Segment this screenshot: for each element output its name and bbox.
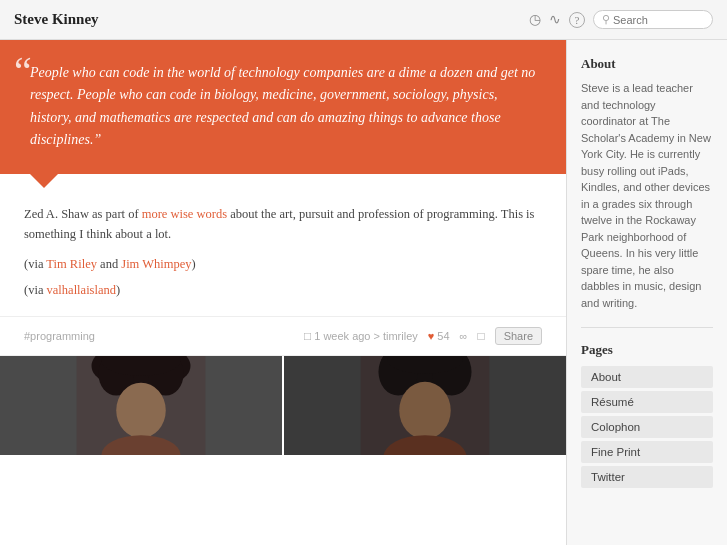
post-share-icon: □ — [477, 329, 484, 343]
image-thumb-2[interactable] — [284, 356, 566, 455]
jim-whimpey-link[interactable]: Jim Whimpey — [121, 257, 191, 271]
post-hearts-count: 54 — [437, 330, 449, 342]
page-link-resume[interactable]: Résumé — [581, 391, 713, 413]
post-hearts-meta: ♥ 54 — [428, 330, 450, 342]
quote-block: “ People who can code in the world of te… — [0, 40, 566, 174]
clock-icon[interactable]: ◷ — [529, 11, 541, 28]
main-layout: “ People who can code in the world of te… — [0, 40, 727, 545]
search-icon: ⚲ — [602, 13, 610, 26]
search-box[interactable]: ⚲ — [593, 10, 713, 29]
post-via-1: (via Tim Riley and Jim Whimpey) — [24, 254, 542, 274]
share-button[interactable]: Share — [495, 327, 542, 345]
post-via-2: (via valhallaisland) — [24, 280, 542, 300]
post-source: > — [373, 330, 379, 342]
feed-icon[interactable]: ∿ — [549, 11, 561, 28]
help-icon[interactable]: ? — [569, 12, 585, 28]
post-time: 1 week ago — [314, 330, 370, 342]
heart-icon: ♥ — [428, 330, 435, 342]
post-tag: #programming — [24, 328, 95, 344]
valhallaisland-link[interactable]: valhallaisland — [47, 283, 116, 297]
pages-list: About Résumé Colophon Fine Print Twitter — [581, 366, 713, 488]
about-title: About — [581, 56, 713, 72]
quote-arrow — [30, 174, 58, 188]
pages-title: Pages — [581, 342, 713, 358]
site-title: Steve Kinney — [14, 11, 99, 28]
search-input[interactable] — [613, 14, 703, 26]
reblog-icon: ∞ — [460, 330, 468, 342]
sidebar-divider — [581, 327, 713, 328]
post-description: Zed A. Shaw as part of more wise words a… — [24, 204, 542, 244]
about-text: Steve is a lead teacher and technology c… — [581, 80, 713, 311]
page-link-about[interactable]: About — [581, 366, 713, 388]
post-reblog-meta: ∞ — [460, 330, 468, 342]
post-footer: #programming □ 1 week ago > timriley ♥ 5… — [0, 316, 566, 355]
svg-point-5 — [116, 382, 166, 437]
sidebar: About Steve is a lead teacher and techno… — [567, 40, 727, 545]
image-strip — [0, 355, 566, 455]
quote-text: People who can code in the world of tech… — [30, 62, 542, 152]
site-header: Steve Kinney ◷ ∿ ? ⚲ — [0, 0, 727, 40]
post-comment-meta: □ 1 week ago > timriley — [304, 329, 418, 343]
post-source-name: timriley — [383, 330, 418, 342]
page-link-colophon[interactable]: Colophon — [581, 416, 713, 438]
content-area: “ People who can code in the world of te… — [0, 40, 567, 545]
comment-icon: □ — [304, 329, 311, 343]
post-meta: □ 1 week ago > timriley ♥ 54 ∞ □ Share — [304, 327, 542, 345]
quote-mark-icon: “ — [14, 52, 32, 92]
post-body: Zed A. Shaw as part of more wise words a… — [0, 188, 566, 310]
page-link-twitter[interactable]: Twitter — [581, 466, 713, 488]
page-link-fineprint[interactable]: Fine Print — [581, 441, 713, 463]
image-thumb-1[interactable] — [0, 356, 284, 455]
svg-point-12 — [399, 381, 450, 438]
header-icons: ◷ ∿ ? ⚲ — [529, 10, 713, 29]
tim-riley-link[interactable]: Tim Riley — [46, 257, 97, 271]
more-wise-words-link[interactable]: more wise words — [142, 207, 227, 221]
